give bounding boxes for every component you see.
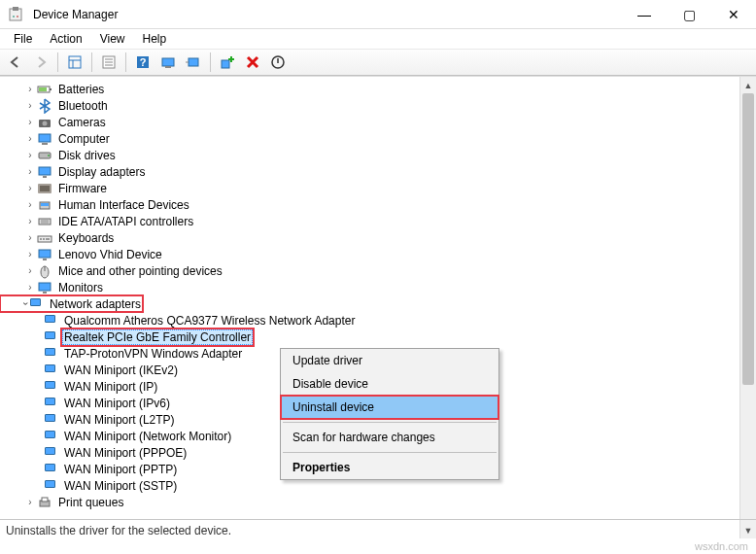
- expand-icon[interactable]: ›: [23, 84, 37, 94]
- tree-item-computer[interactable]: ›Computer: [0, 130, 739, 147]
- monitor-icon: [37, 280, 52, 295]
- expand-icon[interactable]: ›: [23, 497, 37, 507]
- cm-separator: [283, 452, 497, 453]
- network-icon: [43, 379, 58, 395]
- tree-item-ide[interactable]: ›IDE ATA/ATAPI controllers: [0, 213, 739, 229]
- tree-item-display-adapters[interactable]: ›Display adapters: [0, 163, 739, 180]
- help-button[interactable]: ?: [131, 52, 155, 73]
- svg-rect-39: [43, 259, 47, 260]
- expand-icon[interactable]: ›: [23, 100, 37, 111]
- uninstall-driver-button[interactable]: [241, 52, 264, 73]
- properties-button[interactable]: [97, 52, 120, 73]
- tree-item-mice[interactable]: ›Mice and other pointing devices: [0, 262, 739, 279]
- tree-item-firmware[interactable]: ›Firmware: [0, 180, 739, 196]
- tree-item-batteries[interactable]: ›Batteries: [0, 81, 739, 97]
- svg-rect-23: [39, 134, 51, 142]
- svg-point-26: [48, 155, 50, 156]
- network-icon: [43, 412, 58, 428]
- svg-rect-4: [69, 56, 81, 68]
- tree-item-monitors[interactable]: ›Monitors: [0, 279, 739, 295]
- expand-icon[interactable]: ›: [23, 133, 37, 144]
- network-icon: [43, 363, 58, 378]
- tree-item-network-adapters[interactable]: › Network adapters: [0, 295, 143, 312]
- toolbar: ?: [0, 49, 756, 76]
- network-icon: [43, 313, 58, 329]
- maximize-button[interactable]: ▢: [667, 0, 711, 29]
- toolbar-separator: [57, 52, 58, 72]
- camera-icon: [37, 115, 52, 130]
- expand-icon[interactable]: ›: [23, 282, 37, 293]
- expand-icon[interactable]: ›: [23, 265, 37, 276]
- cm-disable-device[interactable]: Disable device: [281, 372, 498, 396]
- tree-item-bluetooth[interactable]: ›Bluetooth: [0, 97, 739, 114]
- toolbar-separator: [210, 52, 211, 72]
- expand-icon[interactable]: ›: [23, 232, 37, 243]
- disable-device-button[interactable]: [266, 52, 290, 73]
- bluetooth-icon: [37, 98, 52, 114]
- scroll-up-button[interactable]: ▲: [740, 77, 756, 93]
- add-hardware-button[interactable]: [216, 52, 239, 73]
- scan-hardware-button[interactable]: [182, 52, 205, 73]
- network-icon: [43, 346, 58, 362]
- cm-separator: [283, 422, 497, 423]
- battery-icon: [37, 82, 52, 97]
- window-controls: — ▢ ✕: [622, 0, 756, 28]
- svg-rect-35: [40, 238, 42, 240]
- network-icon: [28, 296, 44, 312]
- back-button[interactable]: [4, 52, 27, 73]
- vertical-scrollbar[interactable]: ▲ ▼: [739, 77, 756, 538]
- expand-icon[interactable]: ›: [23, 117, 37, 127]
- close-button[interactable]: ✕: [711, 0, 756, 29]
- svg-rect-37: [46, 238, 50, 240]
- hid-icon: [37, 197, 52, 213]
- disk-icon: [37, 148, 52, 163]
- svg-rect-27: [39, 167, 51, 175]
- cm-properties[interactable]: Properties: [281, 456, 498, 479]
- menu-view[interactable]: View: [92, 31, 133, 47]
- ide-icon: [37, 214, 52, 229]
- toolbar-separator: [91, 52, 92, 72]
- expand-icon[interactable]: ›: [23, 249, 37, 260]
- window-title: Device Manager: [33, 8, 118, 21]
- svg-rect-13: [162, 58, 174, 66]
- tree-item-cameras[interactable]: ›Cameras: [0, 114, 739, 130]
- network-icon: [43, 329, 58, 345]
- svg-point-2: [13, 16, 15, 17]
- forward-button[interactable]: [29, 52, 52, 73]
- expand-icon[interactable]: ›: [23, 216, 37, 226]
- tree-item-print-queues[interactable]: ›Print queues: [0, 494, 739, 510]
- svg-rect-16: [222, 60, 229, 68]
- cm-uninstall-device[interactable]: Uninstall device: [281, 396, 498, 419]
- minimize-button[interactable]: —: [622, 0, 667, 29]
- svg-rect-15: [189, 58, 198, 66]
- svg-rect-28: [43, 176, 47, 178]
- menu-help[interactable]: Help: [135, 31, 175, 47]
- svg-rect-45: [42, 498, 48, 502]
- update-driver-button[interactable]: [156, 52, 180, 73]
- printer-icon: [37, 495, 52, 510]
- svg-rect-20: [39, 87, 47, 91]
- scrollbar-thumb[interactable]: [742, 93, 754, 385]
- menu-action[interactable]: Action: [42, 31, 89, 47]
- menu-file[interactable]: File: [6, 31, 40, 47]
- expand-icon[interactable]: ›: [23, 150, 37, 160]
- expand-icon[interactable]: ›: [23, 166, 37, 177]
- expand-icon[interactable]: ›: [23, 199, 37, 210]
- tree-item-keyboards[interactable]: ›Keyboards: [0, 229, 739, 246]
- tree-item-hid[interactable]: ›Human Interface Devices: [0, 196, 739, 213]
- toolbar-separator: [125, 52, 126, 72]
- tree-item-disk-drives[interactable]: ›Disk drives: [0, 147, 739, 163]
- cm-scan-hardware[interactable]: Scan for hardware changes: [281, 426, 498, 449]
- tree-item-lenovo[interactable]: ›Lenovo Vhid Device: [0, 246, 739, 262]
- network-icon: [43, 396, 58, 411]
- cm-update-driver[interactable]: Update driver: [281, 349, 498, 372]
- context-menu: Update driver Disable device Uninstall d…: [280, 348, 499, 480]
- show-hidden-button[interactable]: [63, 52, 86, 73]
- expand-icon[interactable]: ›: [23, 183, 37, 193]
- svg-rect-42: [39, 283, 51, 291]
- watermark: wsxdn.com: [695, 540, 748, 552]
- tree-item-realtek[interactable]: Realtek PCIe GbE Family Controller: [0, 329, 739, 345]
- menubar: File Action View Help: [0, 29, 756, 49]
- display-icon: [37, 164, 52, 180]
- tree-item-qualcomm[interactable]: Qualcomm Atheros QCA9377 Wireless Networ…: [0, 312, 739, 329]
